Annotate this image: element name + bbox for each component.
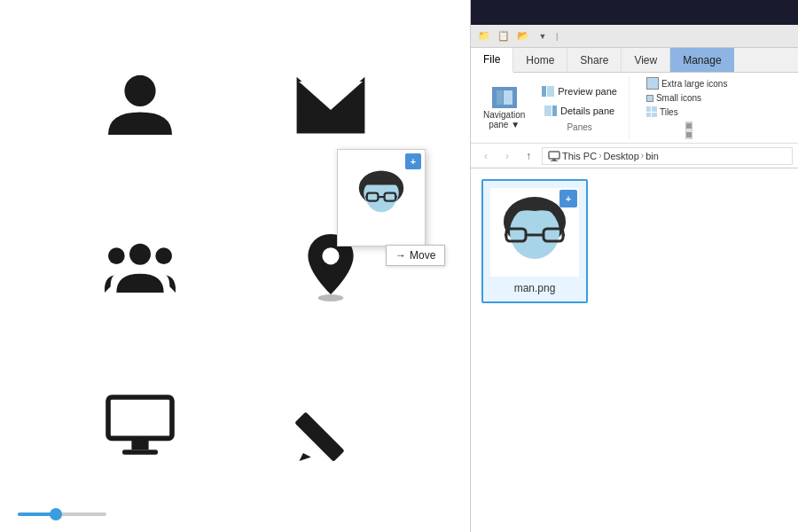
preview-pane-icon — [542, 86, 554, 97]
svg-point-6 — [322, 247, 339, 264]
svg-point-3 — [129, 244, 151, 265]
layout-group: Extra large icons Small icons Tiles — [637, 76, 737, 139]
monitor-icon — [105, 390, 176, 461]
svg-rect-30 — [552, 159, 556, 160]
tab-view-label: View — [634, 54, 657, 66]
svg-rect-31 — [551, 160, 558, 161]
pc-icon — [548, 150, 560, 162]
edit-icon — [295, 390, 366, 461]
panes-group: Preview pane Details pane Panes — [537, 76, 630, 139]
nav-pane-label: Navigation pane ▼ — [483, 110, 525, 129]
tab-home-label: Home — [526, 54, 554, 66]
extra-large-icons-option[interactable]: Extra large icons — [644, 76, 730, 90]
svg-rect-24 — [504, 90, 512, 105]
layout-scrollbar[interactable] — [685, 121, 692, 139]
address-bar: ‹ › ↑ This PC › Desktop › bin — [471, 144, 798, 168]
person-icon — [105, 71, 176, 142]
tab-manage[interactable]: Manage — [670, 48, 733, 72]
details-pane-label: Details pane — [560, 106, 614, 116]
svg-point-4 — [108, 247, 125, 264]
back-button[interactable]: ‹ — [476, 146, 496, 166]
tab-file[interactable]: File — [471, 48, 513, 73]
file-explorer-panel: 📁 📋 📂 ▼ | File Home Share View Manage — [470, 0, 798, 532]
svg-rect-23 — [497, 90, 503, 105]
svg-rect-10 — [122, 450, 158, 455]
icon-cell-edit — [244, 355, 417, 497]
tab-manage-label: Manage — [683, 54, 721, 66]
forward-button[interactable]: › — [497, 146, 517, 166]
navigation-pane-icon — [492, 87, 517, 108]
tiles-label: Tiles — [660, 107, 678, 117]
qat-folder-icon[interactable]: 📁 — [476, 28, 492, 44]
qat-new-folder-icon[interactable]: 📂 — [515, 28, 531, 44]
tab-home[interactable]: Home — [513, 48, 567, 72]
ribbon-qat: 📁 📋 📂 ▼ | — [471, 25, 798, 48]
panes-group-label: Panes — [567, 122, 591, 132]
file-area: + man.png — [471, 168, 798, 532]
up-button[interactable]: ↑ — [519, 146, 538, 166]
icon-grid-panel — [0, 0, 470, 532]
svg-rect-9 — [131, 438, 148, 450]
icon-cell-group — [53, 195, 226, 337]
file-item-man-png[interactable]: + man.png — [481, 179, 588, 303]
path-bin: bin — [645, 151, 659, 161]
svg-rect-26 — [547, 86, 554, 97]
path-desktop: Desktop — [603, 151, 638, 161]
details-pane-icon — [544, 106, 557, 116]
small-icons-label: Small icons — [656, 93, 701, 103]
move-label: Move — [410, 249, 435, 262]
svg-rect-25 — [542, 86, 546, 97]
svg-rect-11 — [295, 411, 345, 461]
navigation-buttons: ‹ › ↑ — [476, 146, 538, 166]
svg-rect-28 — [552, 106, 557, 116]
svg-text:+: + — [566, 193, 571, 204]
svg-rect-29 — [549, 152, 559, 159]
qat-props-icon[interactable]: 📋 — [496, 28, 512, 44]
svg-marker-12 — [299, 453, 310, 461]
svg-rect-8 — [108, 397, 172, 438]
tab-file-label: File — [483, 53, 500, 66]
ribbon-content: Navigation pane ▼ Preview pane Details p… — [471, 73, 798, 144]
svg-point-5 — [155, 247, 172, 264]
address-path[interactable]: This PC › Desktop › bin — [542, 147, 793, 165]
nav-pane-svg — [496, 90, 513, 106]
zoom-slider[interactable] — [18, 507, 106, 521]
move-arrow: → — [395, 249, 406, 262]
svg-rect-27 — [544, 106, 552, 116]
ribbon-tabs: File Home Share View Manage — [471, 48, 798, 73]
icon-cell-monitor — [53, 355, 226, 497]
tab-share[interactable]: Share — [567, 48, 622, 72]
preview-pane-label: Preview pane — [558, 86, 617, 97]
icon-cell-person — [53, 35, 226, 177]
navigation-pane-button[interactable]: Navigation pane ▼ — [478, 83, 530, 133]
svg-text:+: + — [411, 156, 416, 167]
small-icons-option[interactable]: Small icons — [644, 92, 730, 104]
preview-pane-button[interactable]: Preview pane — [537, 83, 622, 99]
slider-track — [18, 512, 106, 516]
file-badge-icon: + — [559, 190, 577, 207]
man-face-drag-icon — [349, 166, 413, 230]
tiles-option[interactable]: Tiles — [644, 106, 730, 118]
svg-point-0 — [124, 75, 155, 106]
extra-large-label: Extra large icons — [661, 79, 727, 89]
path-this-pc: This PC — [562, 151, 597, 161]
drag-badge-icon: + — [405, 153, 421, 169]
tab-view[interactable]: View — [622, 48, 670, 72]
svg-point-7 — [317, 294, 343, 301]
mail-icon — [295, 71, 366, 142]
dragging-icon-container[interactable]: + — [337, 149, 426, 246]
svg-point-34 — [510, 206, 559, 259]
tab-share-label: Share — [580, 54, 608, 66]
qat-dropdown-icon[interactable]: ▼ — [535, 28, 551, 44]
group-icon — [105, 231, 176, 301]
slider-fill — [18, 512, 53, 516]
file-icon-image: + — [490, 188, 579, 277]
file-name-label: man.png — [514, 282, 556, 294]
explorer-titlebar — [471, 0, 798, 25]
move-tooltip: → Move — [386, 245, 445, 266]
details-pane-button[interactable]: Details pane — [540, 103, 619, 119]
slider-thumb[interactable] — [50, 508, 62, 520]
